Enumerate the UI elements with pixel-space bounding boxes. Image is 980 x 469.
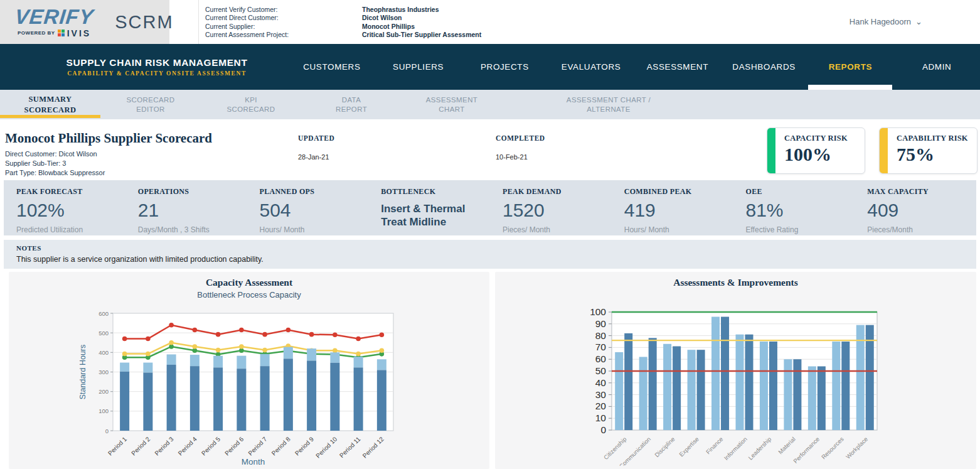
capacity-risk-value: 100%: [784, 144, 865, 165]
svg-text:Finance: Finance: [705, 436, 725, 456]
svg-text:70: 70: [595, 342, 607, 352]
nav-item-projects[interactable]: PROJECTS: [462, 44, 548, 90]
tab-kpi-scorecard[interactable]: KPI SCORECARD: [201, 95, 301, 114]
context-label: Current Verify Customer:: [205, 6, 362, 13]
top-header: VERIFY POWERED BY IVIS SCRM Current Veri…: [0, 0, 980, 44]
context-value: Theophrastus Industries: [362, 6, 439, 13]
kpi-label: PEAK DEMAND: [503, 187, 612, 197]
kpi-oee: OEE 81% Effective Rating: [733, 187, 855, 235]
svg-text:80: 80: [595, 330, 607, 341]
tab-data-report[interactable]: DATA REPORT: [301, 95, 402, 114]
kpi-sub: Hours/ Month: [624, 225, 733, 234]
tab-assessment-chart[interactable]: ASSESSMENT CHART: [402, 95, 502, 114]
verify-logo-text: VERIFY: [14, 6, 95, 27]
svg-text:Period 4: Period 4: [177, 435, 198, 456]
svg-text:Period 7: Period 7: [247, 435, 268, 456]
notes-band: NOTES This supplier is a service organiz…: [4, 240, 976, 269]
svg-text:Period 1: Period 1: [107, 435, 128, 456]
kpi-label: OEE: [746, 187, 855, 197]
svg-text:50: 50: [595, 365, 607, 376]
updated-block: UPDATED 28-Jan-21: [298, 134, 334, 161]
capability-risk-value: 75%: [897, 144, 977, 165]
kpi-label: MAX CAPACITY: [867, 187, 976, 197]
user-name: Hank Hagedoorn: [850, 17, 911, 26]
context-value: Dicot Wilson: [362, 14, 402, 21]
completed-value: 10-Feb-21: [496, 153, 545, 161]
verify-logo: VERIFY POWERED BY IVIS: [15, 6, 93, 38]
svg-text:Workplace: Workplace: [844, 436, 869, 460]
notes-label: NOTES: [16, 244, 964, 252]
nav-items: CUSTOMERS SUPPLIERS PROJECTS EVALUATORS …: [289, 44, 980, 90]
tab-assessment-chart-alternate[interactable]: ASSESSMENT CHART / ALTERNATE: [540, 95, 678, 114]
nav-item-reports[interactable]: REPORTS: [807, 44, 894, 90]
kpi-peak-forecast: PEAK FORECAST 102% Predicted Utilization: [4, 187, 125, 235]
context-label: Current Supplier:: [205, 23, 362, 30]
nav-item-assessment[interactable]: ASSESSMENT: [634, 44, 721, 90]
scorecard-header: Monocot Phillips Supplier Scorecard Dire…: [0, 123, 980, 179]
kpi-value: 409: [867, 201, 976, 220]
context-info: Current Verify Customer: Theophrastus In…: [198, 0, 481, 44]
completed-block: COMPLETED 10-Feb-21: [496, 134, 545, 161]
svg-text:500: 500: [99, 330, 109, 337]
kpi-value: 419: [624, 201, 733, 220]
tab-scorecard-editor[interactable]: SCORECARD EDITOR: [100, 95, 201, 114]
app-brand: SUPPLY CHAIN RISK MANAGEMENT CAPABILITY …: [25, 57, 289, 77]
context-row: Current Supplier: Monocot Phillips: [205, 23, 481, 30]
svg-text:Period 6: Period 6: [223, 435, 245, 456]
kpi-label: PEAK FORECAST: [16, 187, 125, 197]
nav-item-admin[interactable]: ADMIN: [893, 44, 980, 90]
kpi-max-capacity: MAX CAPACITY 409 Pieces/Month: [855, 187, 976, 235]
completed-label: COMPLETED: [496, 134, 545, 142]
kpi-operations: OPERATIONS 21 Days/Month , 3 Shifts: [125, 187, 247, 235]
tab-summary-scorecard[interactable]: SUMMARY SCORECARD: [0, 94, 100, 115]
svg-text:100: 100: [99, 407, 109, 414]
svg-text:90: 90: [595, 318, 607, 329]
kpi-sub: Days/Month , 3 Shifts: [138, 225, 247, 234]
svg-text:Period 8: Period 8: [270, 435, 292, 456]
svg-text:Period 9: Period 9: [294, 435, 315, 456]
charts-row: Capacity Assessment Bottleneck Process C…: [9, 272, 976, 469]
svg-text:600: 600: [99, 310, 109, 317]
risk-cards: CAPACITY RISK 100% CAPABILITY RISK 75%: [767, 127, 977, 174]
kpi-value: 81%: [746, 201, 855, 220]
capacity-assessment-panel: Capacity Assessment Bottleneck Process C…: [9, 272, 489, 469]
kpi-sub: Hours/ Month: [260, 225, 369, 234]
svg-text:Discipline: Discipline: [653, 436, 676, 459]
user-menu[interactable]: Hank Hagedoorn ⌄: [850, 17, 922, 26]
kpi-value: 1520: [503, 201, 612, 220]
svg-text:0: 0: [105, 428, 109, 434]
powered-by-label: POWERED BY: [18, 30, 55, 36]
context-value: Critical Sub-Tier Supplier Assessment: [362, 31, 481, 38]
updated-label: UPDATED: [298, 134, 334, 142]
svg-text:30: 30: [595, 389, 607, 400]
svg-text:Resources: Resources: [820, 435, 845, 460]
kpi-value: 504: [260, 201, 369, 220]
kpi-value: 102%: [16, 201, 125, 220]
kpi-sub: Pieces/Month: [867, 225, 976, 234]
capacity-chart-title: Capacity Assessment: [9, 272, 489, 288]
updated-value: 28-Jan-21: [298, 153, 334, 161]
kpi-band: PEAK FORECAST 102% Predicted Utilization…: [4, 180, 976, 235]
svg-text:10: 10: [595, 412, 607, 423]
context-row: Current Assessment Project: Critical Sub…: [205, 31, 481, 38]
kpi-planned-ops: PLANNED OPS 504 Hours/ Month: [247, 187, 369, 235]
svg-text:300: 300: [99, 369, 109, 375]
ivis-logo-text: IVIS: [67, 28, 91, 38]
nav-item-customers[interactable]: CUSTOMERS: [289, 44, 375, 90]
scorecard-title: Monocot Phillips Supplier Scorecard: [5, 131, 212, 146]
svg-text:Expertise: Expertise: [678, 436, 700, 458]
svg-text:20: 20: [595, 401, 607, 411]
svg-text:400: 400: [99, 349, 109, 356]
svg-text:40: 40: [595, 377, 607, 388]
assessments-improvements-panel: Assessments & Improvements 0102030405060…: [495, 272, 976, 469]
kpi-sub: Effective Rating: [746, 225, 855, 234]
capacity-risk-card: CAPACITY RISK 100%: [767, 127, 865, 174]
nav-item-evaluators[interactable]: EVALUATORS: [548, 44, 634, 90]
nav-item-suppliers[interactable]: SUPPLIERS: [375, 44, 462, 90]
svg-text:Period 2: Period 2: [130, 435, 151, 456]
svg-text:Leadership: Leadership: [747, 436, 772, 461]
chevron-down-icon: ⌄: [915, 19, 922, 25]
context-value: Monocot Phillips: [362, 23, 415, 30]
nav-item-dashboards[interactable]: DASHBOARDS: [721, 44, 807, 90]
main-nav: SUPPLY CHAIN RISK MANAGEMENT CAPABILITY …: [0, 44, 980, 90]
